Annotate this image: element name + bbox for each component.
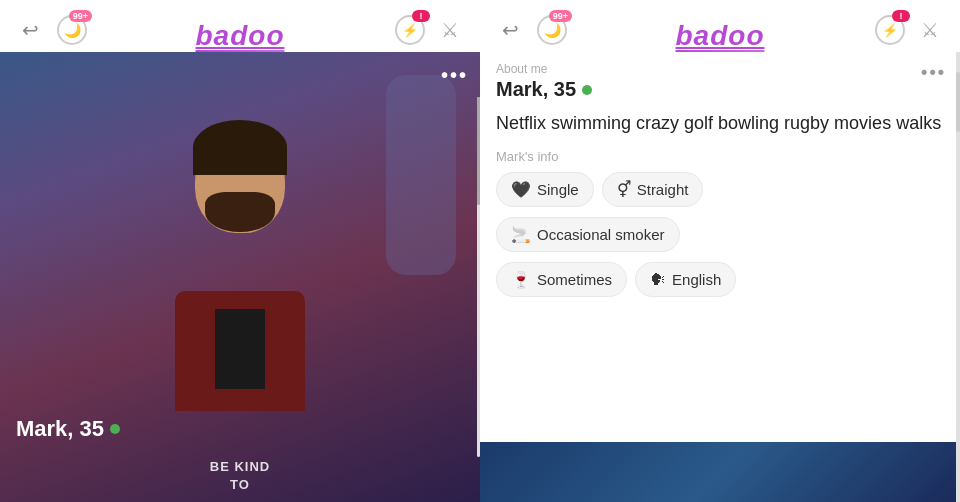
tag-sometimes: 🍷 Sometimes bbox=[496, 262, 627, 297]
left-top-bar-left: ↩ 🌙 99+ bbox=[14, 14, 88, 46]
filter-button[interactable]: ⚔ bbox=[434, 14, 466, 46]
tags-row-1: 🖤 Single ⚥ Straight bbox=[480, 172, 960, 217]
right-more-button[interactable]: ••• bbox=[921, 62, 946, 83]
bottom-text-overlay: BE KIND TO bbox=[0, 458, 480, 494]
right-top-bar-right: ⚡ ! ⚔ bbox=[874, 14, 946, 46]
tag-smoker: 🚬 Occasional smoker bbox=[496, 217, 680, 252]
right-scroll-bar[interactable] bbox=[956, 52, 960, 502]
left-name-text: Mark, 35 bbox=[16, 416, 104, 442]
right-top-bar: ↩ 🌙 99+ badoo ⚡ ! ⚔ bbox=[480, 0, 960, 52]
moon-button[interactable]: 🌙 99+ bbox=[56, 14, 88, 46]
tags-row-3: 🍷 Sometimes 🗣 English bbox=[480, 262, 960, 307]
left-top-bar: ↩ 🌙 99+ badoo ⚡ ! ⚔ bbox=[0, 0, 480, 52]
right-lightning-badge: ! bbox=[892, 10, 910, 22]
left-phone-panel: ↩ 🌙 99+ badoo ⚡ ! ⚔ bbox=[0, 0, 480, 502]
right-undo-icon: ↩ bbox=[502, 18, 519, 42]
undo-icon: ↩ bbox=[22, 18, 39, 42]
bottom-text-line2: TO bbox=[230, 477, 250, 492]
bottom-image-preview bbox=[480, 442, 960, 502]
right-lightning-button[interactable]: ⚡ ! bbox=[874, 14, 906, 46]
right-crossed-icon: ⚔ bbox=[921, 18, 939, 42]
right-moon-button[interactable]: 🌙 99+ bbox=[536, 14, 568, 46]
smoke-icon: 🚬 bbox=[511, 225, 531, 244]
right-filter-button[interactable]: ⚔ bbox=[914, 14, 946, 46]
right-profile-header: About me Mark, 35 ••• bbox=[480, 52, 960, 107]
person-beard bbox=[205, 192, 275, 232]
right-scroll-thumb bbox=[956, 72, 960, 132]
undo-button[interactable]: ↩ bbox=[14, 14, 46, 46]
crossed-icon: ⚔ bbox=[441, 18, 459, 42]
right-lightning-icon: ⚡ bbox=[882, 23, 898, 38]
moon-icon: 🌙 bbox=[64, 22, 81, 38]
logo-underline bbox=[196, 50, 285, 52]
bg-figure bbox=[386, 75, 456, 275]
right-profile-info: About me Mark, 35 ••• Netflix swimming c… bbox=[480, 52, 960, 502]
left-logo-area: badoo bbox=[196, 20, 285, 52]
lightning-badge: ! bbox=[412, 10, 430, 22]
right-name-text: Mark, 35 bbox=[496, 78, 576, 101]
tag-straight-label: Straight bbox=[637, 181, 689, 198]
left-profile-card: Mark, 35 ••• BE KIND TO bbox=[0, 52, 480, 502]
tag-english: 🗣 English bbox=[635, 262, 736, 297]
tag-sometimes-label: Sometimes bbox=[537, 271, 612, 288]
person-shirt bbox=[215, 309, 265, 389]
language-icon: 🗣 bbox=[650, 271, 666, 289]
right-profile-name: Mark, 35 bbox=[496, 78, 944, 101]
right-moon-badge: 99+ bbox=[549, 10, 572, 22]
tag-smoker-label: Occasional smoker bbox=[537, 226, 665, 243]
left-logo: badoo bbox=[196, 20, 285, 51]
right-phone-panel: ↩ 🌙 99+ badoo ⚡ ! ⚔ bbox=[480, 0, 960, 502]
tags-row-2: 🚬 Occasional smoker bbox=[480, 217, 960, 262]
moon-badge: 99+ bbox=[69, 10, 92, 22]
marks-info-label: Mark's info bbox=[480, 145, 960, 172]
gender-icon: ⚥ bbox=[617, 180, 631, 199]
tag-single-label: Single bbox=[537, 181, 579, 198]
left-top-bar-right: ⚡ ! ⚔ bbox=[394, 14, 466, 46]
lightning-icon: ⚡ bbox=[402, 23, 418, 38]
left-more-button[interactable]: ••• bbox=[441, 64, 468, 87]
right-logo-area: badoo bbox=[676, 20, 765, 52]
about-text-content: Netflix swimming crazy golf bowling rugb… bbox=[480, 107, 960, 145]
person-hair bbox=[193, 120, 287, 175]
about-label: About me bbox=[496, 62, 944, 76]
right-online-indicator bbox=[582, 85, 592, 95]
heart-icon: 🖤 bbox=[511, 180, 531, 199]
right-top-bar-left: ↩ 🌙 99+ bbox=[494, 14, 568, 46]
lightning-button[interactable]: ⚡ ! bbox=[394, 14, 426, 46]
tag-english-label: English bbox=[672, 271, 721, 288]
left-profile-name-bar: Mark, 35 bbox=[16, 416, 464, 442]
right-logo: badoo bbox=[676, 20, 765, 51]
right-logo-underline bbox=[676, 50, 765, 52]
online-indicator bbox=[110, 424, 120, 434]
right-moon-icon: 🌙 bbox=[544, 22, 561, 38]
right-undo-button[interactable]: ↩ bbox=[494, 14, 526, 46]
drink-icon: 🍷 bbox=[511, 270, 531, 289]
tag-single: 🖤 Single bbox=[496, 172, 594, 207]
tag-straight: ⚥ Straight bbox=[602, 172, 704, 207]
left-profile-name: Mark, 35 bbox=[16, 416, 464, 442]
bottom-text-line1: BE KIND bbox=[210, 459, 270, 474]
